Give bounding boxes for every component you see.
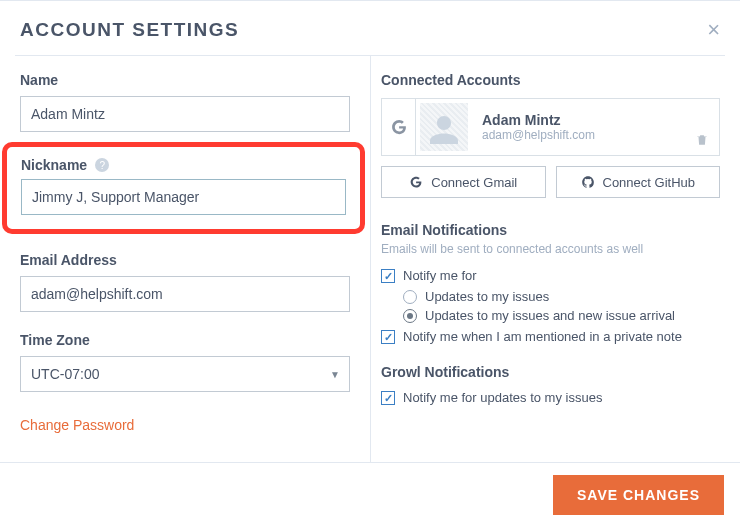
connected-account-card: Adam Mintz adam@helpshift.com — [381, 98, 720, 156]
checkbox-icon — [381, 269, 395, 283]
radio-updates-new[interactable]: Updates to my issues and new issue arriv… — [403, 308, 720, 323]
trash-icon[interactable] — [691, 99, 719, 155]
nickname-input[interactable] — [21, 179, 346, 215]
growl-title: Growl Notifications — [381, 364, 720, 380]
connected-accounts-title: Connected Accounts — [381, 72, 720, 88]
left-column: Name Nickname? Email Address Time Zone ▼ — [0, 56, 370, 462]
email-notifications-sub: Emails will be sent to connected account… — [381, 242, 720, 256]
notify-radio-group: Updates to my issues Updates to my issue… — [403, 289, 720, 323]
nickname-label: Nickname? — [21, 157, 346, 173]
account-settings-modal: ACCOUNT SETTINGS × Name Nickname? Email … — [0, 0, 740, 527]
google-icon — [382, 99, 416, 155]
name-label: Name — [20, 72, 350, 88]
name-field: Name — [20, 72, 350, 132]
radio-updates[interactable]: Updates to my issues — [403, 289, 720, 304]
growl-notify-label: Notify me for updates to my issues — [403, 390, 602, 405]
avatar-icon — [420, 103, 468, 151]
notify-mention-label: Notify me when I am mentioned in a priva… — [403, 329, 682, 344]
github-icon — [581, 175, 595, 189]
email-input[interactable] — [20, 276, 350, 312]
radio-updates-new-label: Updates to my issues and new issue arriv… — [425, 308, 675, 323]
account-email: adam@helpshift.com — [482, 128, 681, 142]
email-label: Email Address — [20, 252, 350, 268]
timezone-field: Time Zone ▼ — [20, 332, 350, 392]
connect-buttons: Connect Gmail Connect GitHub — [381, 166, 720, 198]
account-info: Adam Mintz adam@helpshift.com — [472, 99, 691, 155]
connect-gmail-button[interactable]: Connect Gmail — [381, 166, 546, 198]
right-column: Connected Accounts Adam Mintz adam@helps… — [370, 56, 740, 462]
growl-notify-check[interactable]: Notify me for updates to my issues — [381, 390, 720, 405]
notify-me-for-label: Notify me for — [403, 268, 477, 283]
name-input[interactable] — [20, 96, 350, 132]
help-icon[interactable]: ? — [95, 158, 109, 172]
connect-github-button[interactable]: Connect GitHub — [556, 166, 721, 198]
email-field: Email Address — [20, 252, 350, 312]
email-notifications-title: Email Notifications — [381, 222, 720, 238]
checkbox-icon — [381, 330, 395, 344]
google-icon — [409, 175, 423, 189]
connect-github-label: Connect GitHub — [603, 175, 696, 190]
account-name: Adam Mintz — [482, 112, 681, 128]
modal-footer: SAVE CHANGES — [0, 462, 740, 527]
timezone-select[interactable]: ▼ — [20, 356, 350, 392]
save-changes-button[interactable]: SAVE CHANGES — [553, 475, 724, 515]
modal-header: ACCOUNT SETTINGS × — [0, 1, 740, 55]
radio-icon — [403, 290, 417, 304]
modal-title: ACCOUNT SETTINGS — [20, 19, 239, 41]
modal-body: Name Nickname? Email Address Time Zone ▼ — [0, 56, 740, 462]
change-password-link[interactable]: Change Password — [20, 417, 350, 433]
chevron-down-icon: ▼ — [330, 369, 340, 380]
close-icon[interactable]: × — [707, 19, 720, 41]
connect-gmail-label: Connect Gmail — [431, 175, 517, 190]
nickname-highlight: Nickname? — [2, 142, 365, 234]
radio-icon — [403, 309, 417, 323]
checkbox-icon — [381, 391, 395, 405]
notify-mention-check[interactable]: Notify me when I am mentioned in a priva… — [381, 329, 720, 344]
nickname-field: Nickname? — [21, 157, 346, 215]
timezone-label: Time Zone — [20, 332, 350, 348]
radio-updates-label: Updates to my issues — [425, 289, 549, 304]
notify-me-for-check[interactable]: Notify me for — [381, 268, 720, 283]
timezone-value[interactable] — [20, 356, 350, 392]
